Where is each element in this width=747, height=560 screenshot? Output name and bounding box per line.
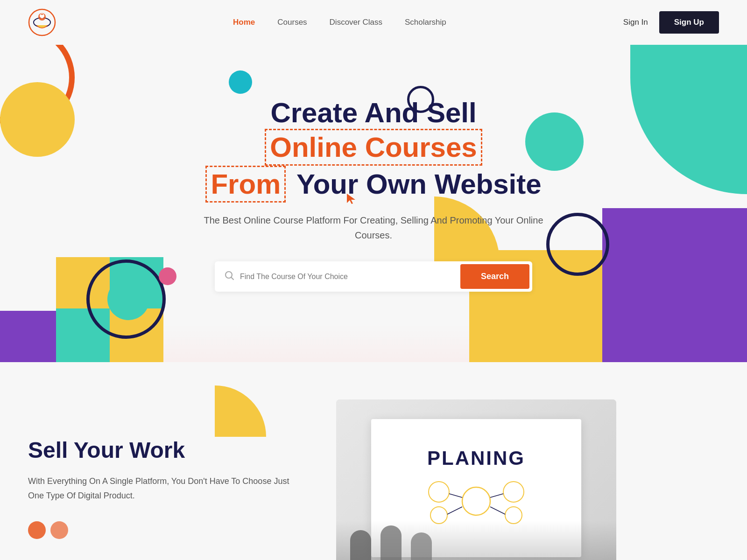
svg-line-15 bbox=[490, 507, 505, 514]
yellow-circle-shape bbox=[0, 82, 75, 157]
navbar: Home Courses Discover Class Scholarship … bbox=[0, 0, 747, 45]
nav-item-discover[interactable]: Discover Class bbox=[330, 18, 382, 27]
hero-section: Create And Sell Online Courses From Your… bbox=[0, 45, 747, 362]
person-1 bbox=[350, 530, 371, 560]
sell-yellow-quarter bbox=[215, 385, 266, 437]
sell-section: Sell Your Work With Everything On A Sing… bbox=[0, 362, 747, 560]
pink-dot bbox=[159, 267, 176, 285]
teal-overlap-circle bbox=[107, 278, 149, 320]
sell-description: With Everything On A Single Platform, Yo… bbox=[28, 474, 299, 503]
hero-title-part1: Create And Sell bbox=[270, 97, 476, 128]
purple-rect-right bbox=[602, 208, 747, 362]
planning-text: PLANING bbox=[427, 447, 525, 469]
svg-point-8 bbox=[429, 482, 449, 502]
hero-subtitle: The Best Online Course Platform For Crea… bbox=[191, 213, 556, 243]
sign-up-button[interactable]: Sign Up bbox=[659, 11, 719, 34]
hero-title: Create And Sell Online Courses From Your… bbox=[191, 97, 556, 203]
teal-corner-right bbox=[630, 45, 747, 194]
svg-point-7 bbox=[462, 487, 490, 515]
avatar-1 bbox=[28, 521, 46, 539]
logo-icon bbox=[28, 8, 56, 36]
hero-title-highlight2: From bbox=[205, 166, 286, 203]
nav-item-scholarship[interactable]: Scholarship bbox=[405, 18, 446, 27]
cursor-arrow-icon bbox=[345, 192, 358, 205]
hero-title-part2: Your Own Website bbox=[294, 168, 542, 200]
people-silhouettes bbox=[336, 521, 616, 560]
person-3 bbox=[411, 532, 432, 560]
svg-line-13 bbox=[490, 494, 503, 497]
search-icon bbox=[224, 270, 234, 283]
nav-actions: Sign In Sign Up bbox=[623, 11, 719, 34]
sell-image: PLANING bbox=[336, 399, 616, 560]
logo[interactable] bbox=[28, 8, 56, 36]
cyan-dot-top bbox=[229, 70, 252, 94]
sign-in-button[interactable]: Sign In bbox=[623, 18, 648, 27]
svg-line-12 bbox=[449, 494, 462, 497]
hero-content: Create And Sell Online Courses From Your… bbox=[191, 97, 556, 292]
search-button[interactable]: Search bbox=[460, 264, 529, 289]
search-bar: Search bbox=[215, 261, 532, 292]
avatar-2 bbox=[50, 521, 68, 539]
nav-item-home[interactable]: Home bbox=[233, 18, 255, 27]
person-2 bbox=[381, 525, 402, 560]
sell-text: Sell Your Work With Everything On A Sing… bbox=[28, 437, 299, 539]
dark-outline-circle-right2 bbox=[546, 213, 609, 276]
sell-image-placeholder: PLANING bbox=[336, 399, 616, 560]
hero-title-highlight1: Online Courses bbox=[265, 129, 482, 166]
svg-line-6 bbox=[232, 278, 234, 280]
nav-links: Home Courses Discover Class Scholarship bbox=[233, 18, 446, 27]
nav-item-courses[interactable]: Courses bbox=[277, 18, 307, 27]
svg-marker-4 bbox=[347, 194, 355, 204]
svg-point-9 bbox=[503, 482, 524, 502]
search-input[interactable] bbox=[240, 273, 460, 281]
sell-title: Sell Your Work bbox=[28, 437, 299, 463]
sell-bottom-icons bbox=[28, 521, 299, 539]
svg-line-14 bbox=[447, 507, 462, 514]
planning-illustration: PLANING bbox=[336, 399, 616, 560]
